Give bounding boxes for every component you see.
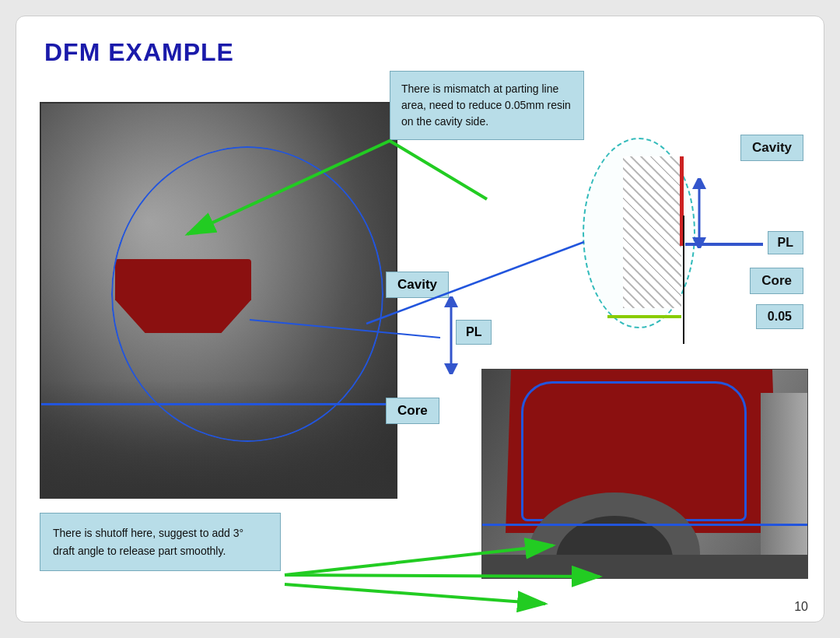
hatch-area	[623, 156, 681, 308]
cavity-label-right: Cavity	[740, 135, 803, 161]
left-3d-model	[40, 102, 397, 499]
pl-arrow-left	[440, 296, 462, 374]
core-label-right: Core	[750, 268, 803, 294]
bottom-3d-model	[481, 369, 808, 579]
core-label-left: Core	[386, 398, 439, 424]
svg-line-9	[285, 584, 545, 604]
black-center-line	[683, 216, 684, 344]
slide-title: DFM EXAMPLE	[44, 38, 234, 67]
annotation-top: There is mismatch at parting line area, …	[390, 71, 584, 140]
page-number: 10	[794, 600, 808, 614]
blue-arrow-vertical-right	[688, 178, 711, 248]
annotation-bottom: There is shutoff here, suggest to add 3°…	[40, 513, 281, 571]
slide: DFM EXAMPLE There is mismatch at parting…	[16, 16, 824, 622]
pl-label-right: PL	[768, 231, 803, 254]
measurement-label: 0.05	[756, 304, 803, 329]
measurement-line-left	[607, 315, 681, 318]
right-diagram: PL Cavity Core 0.05	[569, 116, 810, 365]
cavity-label-left: Cavity	[386, 272, 449, 298]
